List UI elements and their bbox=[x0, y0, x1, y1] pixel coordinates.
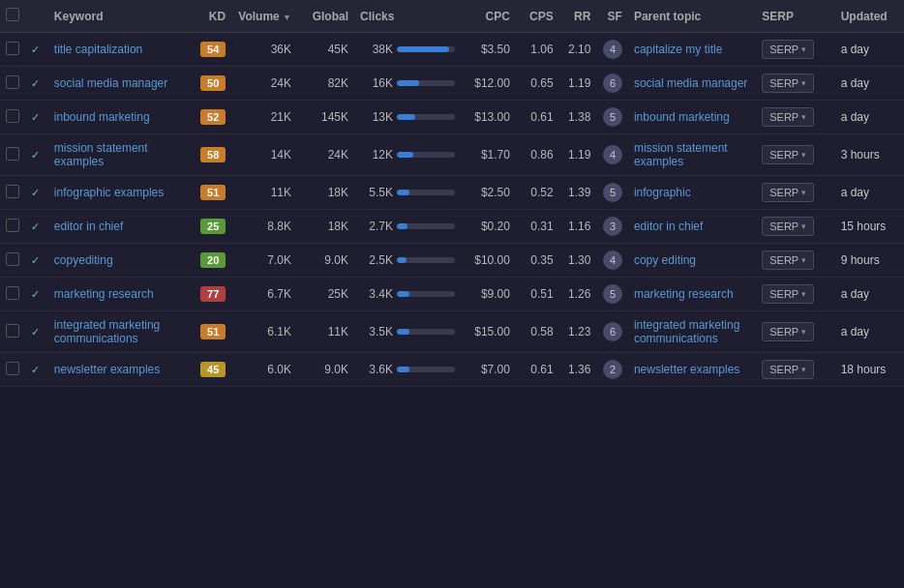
serp-cell: SERP ▾ bbox=[756, 244, 834, 278]
header-checkbox[interactable] bbox=[6, 8, 19, 21]
table-row: ✓ infographic examples 51 11K 18K 5.5K $… bbox=[0, 176, 904, 210]
keyword-link[interactable]: copyediting bbox=[54, 253, 180, 267]
keyword-link[interactable]: marketing research bbox=[54, 287, 180, 301]
cps-cell: 0.61 bbox=[516, 353, 559, 387]
serp-button[interactable]: SERP ▾ bbox=[762, 107, 814, 127]
keyword-link[interactable]: integrated marketing communications bbox=[54, 318, 180, 345]
global-col-header[interactable]: Global bbox=[297, 0, 354, 33]
keyword-cell: mission statement examples bbox=[48, 134, 186, 176]
serp-button[interactable]: SERP ▾ bbox=[762, 40, 814, 59]
updated-col-header[interactable]: Updated bbox=[835, 0, 904, 33]
serp-btn-label: SERP bbox=[769, 326, 799, 338]
row-checkbox[interactable] bbox=[6, 147, 19, 161]
row-checkbox-cell bbox=[0, 134, 25, 176]
select-all-checkbox-header[interactable] bbox=[0, 0, 25, 33]
global-cell: 25K bbox=[297, 278, 354, 311]
keyword-link[interactable]: inbound marketing bbox=[54, 110, 180, 124]
parent-topic-link[interactable]: social media manager bbox=[634, 76, 750, 90]
parent-topic-link[interactable]: infographic bbox=[634, 186, 750, 199]
clicks-bar-track bbox=[397, 223, 455, 229]
kd-badge: 20 bbox=[200, 252, 226, 268]
keyword-link[interactable]: newsletter examples bbox=[54, 363, 180, 376]
serp-button[interactable]: SERP ▾ bbox=[762, 74, 814, 93]
row-checkbox[interactable] bbox=[6, 324, 19, 338]
sf-badge: 5 bbox=[603, 284, 622, 304]
row-checkbox[interactable] bbox=[6, 75, 19, 89]
cpc-col-header[interactable]: CPC bbox=[463, 0, 516, 33]
kd-cell: 20 bbox=[186, 244, 231, 278]
serp-button[interactable]: SERP ▾ bbox=[762, 145, 814, 164]
clicks-bar-track bbox=[397, 367, 455, 372]
row-checkbox[interactable] bbox=[6, 286, 19, 300]
row-checkbox-cell bbox=[0, 210, 25, 244]
parent-topic-link[interactable]: capitalize my title bbox=[634, 43, 750, 56]
cpc-cell: $7.00 bbox=[463, 353, 516, 387]
serp-button[interactable]: SERP ▾ bbox=[762, 183, 814, 202]
sf-col-header[interactable]: SF bbox=[596, 0, 628, 33]
kd-cell: 54 bbox=[186, 33, 231, 67]
parent-topic-link[interactable]: mission statement examples bbox=[634, 141, 750, 168]
sf-cell: 4 bbox=[596, 134, 628, 176]
cps-cell: 0.61 bbox=[516, 101, 559, 134]
table-row: ✓ editor in chief 25 8.8K 18K 2.7K $0.20… bbox=[0, 210, 904, 244]
keyword-cell: title capitalization bbox=[48, 33, 186, 67]
row-checkbox[interactable] bbox=[6, 362, 19, 375]
parent-topic-link[interactable]: integrated marketing communications bbox=[634, 318, 750, 345]
global-cell: 9.0K bbox=[297, 244, 354, 278]
global-cell: 18K bbox=[297, 176, 354, 210]
table-row: ✓ integrated marketing communications 51… bbox=[0, 311, 904, 353]
cps-cell: 0.65 bbox=[516, 67, 559, 101]
keyword-link[interactable]: social media manager bbox=[54, 76, 180, 90]
serp-btn-arrow-icon: ▾ bbox=[801, 150, 806, 160]
cpc-cell: $3.50 bbox=[463, 33, 516, 67]
sf-cell: 5 bbox=[596, 176, 628, 210]
volume-cell: 11K bbox=[231, 176, 297, 210]
clicks-value: 12K bbox=[360, 148, 393, 162]
parent-topic-link[interactable]: inbound marketing bbox=[634, 110, 750, 124]
clicks-value: 16K bbox=[360, 76, 393, 90]
keyword-link[interactable]: editor in chief bbox=[54, 220, 180, 233]
row-checkbox[interactable] bbox=[6, 109, 19, 123]
parent-topic-link[interactable]: copy editing bbox=[634, 253, 750, 267]
serp-button[interactable]: SERP ▾ bbox=[762, 360, 814, 379]
clicks-bar-container: 12K bbox=[360, 148, 457, 162]
serp-cell: SERP ▾ bbox=[756, 176, 834, 210]
sf-cell: 3 bbox=[596, 210, 628, 244]
keyword-link[interactable]: infographic examples bbox=[54, 186, 180, 199]
serp-button[interactable]: SERP ▾ bbox=[762, 217, 814, 236]
rr-col-header[interactable]: RR bbox=[559, 0, 597, 33]
row-checkbox[interactable] bbox=[6, 219, 19, 232]
parent-topic-link[interactable]: newsletter examples bbox=[634, 363, 750, 376]
volume-sort-icon: ▼ bbox=[283, 13, 291, 22]
clicks-cell: 2.5K bbox=[354, 244, 463, 278]
clicks-bar-container: 2.7K bbox=[360, 220, 457, 233]
serp-btn-arrow-icon: ▾ bbox=[801, 327, 806, 337]
parent-topic-link[interactable]: editor in chief bbox=[634, 220, 750, 233]
row-checkbox[interactable] bbox=[6, 185, 19, 198]
row-checkbox[interactable] bbox=[6, 42, 19, 55]
serp-button[interactable]: SERP ▾ bbox=[762, 250, 814, 270]
row-checkbox[interactable] bbox=[6, 252, 19, 266]
volume-col-header[interactable]: Volume ▼ bbox=[231, 0, 297, 33]
serp-cell: SERP ▾ bbox=[756, 134, 834, 176]
parent-topic-col-header[interactable]: Parent topic bbox=[628, 0, 756, 33]
parent-topic-link[interactable]: marketing research bbox=[634, 287, 750, 301]
kd-col-header[interactable]: KD bbox=[186, 0, 231, 33]
serp-col-header[interactable]: SERP bbox=[756, 0, 834, 33]
cps-cell: 0.31 bbox=[516, 210, 559, 244]
clicks-bar-container: 3.5K bbox=[360, 325, 457, 338]
clicks-bar-container: 3.4K bbox=[360, 287, 457, 301]
sf-badge: 2 bbox=[603, 360, 622, 379]
serp-button[interactable]: SERP ▾ bbox=[762, 322, 814, 341]
kd-badge: 25 bbox=[200, 219, 226, 234]
volume-cell: 8.8K bbox=[231, 210, 297, 244]
clicks-col-header[interactable]: Clicks bbox=[354, 0, 463, 33]
updated-cell: a day bbox=[835, 278, 904, 311]
keyword-link[interactable]: mission statement examples bbox=[54, 141, 180, 168]
cps-col-header[interactable]: CPS bbox=[516, 0, 559, 33]
keyword-link[interactable]: title capitalization bbox=[54, 43, 180, 56]
sf-badge: 4 bbox=[603, 145, 622, 164]
clicks-bar-container: 5.5K bbox=[360, 186, 457, 199]
serp-btn-label: SERP bbox=[769, 111, 799, 123]
serp-button[interactable]: SERP ▾ bbox=[762, 284, 814, 304]
